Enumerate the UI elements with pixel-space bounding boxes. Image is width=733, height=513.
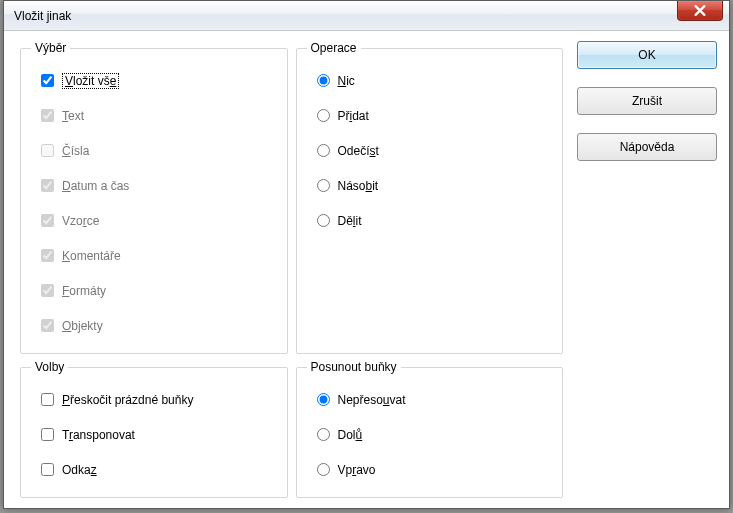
checkbox-row-link: Odkaz <box>31 452 277 487</box>
checkbox-row-paste-all: Vložit vše <box>31 63 277 98</box>
radio-none[interactable] <box>317 74 330 87</box>
label-paste-all: Vložit vše <box>62 73 119 89</box>
radio-dont-move[interactable] <box>317 393 330 406</box>
cancel-button[interactable]: Zrušit <box>577 87 717 115</box>
checkbox-comments <box>41 249 54 262</box>
group-selection-legend: Výběr <box>31 41 70 55</box>
label-link: Odkaz <box>62 463 97 477</box>
label-formats: Formáty <box>62 284 106 298</box>
checkbox-row-formats: Formáty <box>31 273 277 308</box>
radio-row-none: Nic <box>307 63 553 98</box>
label-numbers: Čísla <box>62 144 89 158</box>
radio-multiply[interactable] <box>317 179 330 192</box>
label-right: Vpravo <box>338 463 376 477</box>
radio-row-multiply: Násobit <box>307 168 553 203</box>
checkbox-row-numbers: Čísla <box>31 133 277 168</box>
checkbox-row-formulas: Vzorce <box>31 203 277 238</box>
radio-down[interactable] <box>317 428 330 441</box>
radio-subtract[interactable] <box>317 144 330 157</box>
label-down: Dolů <box>338 428 363 442</box>
button-column: OK Zrušit Nápověda <box>567 41 717 496</box>
checkbox-row-objects: Objekty <box>31 308 277 343</box>
label-objects: Objekty <box>62 319 103 333</box>
checkbox-row-text: Text <box>31 98 277 133</box>
label-dont-move: Nepřesouvat <box>338 393 406 407</box>
checkbox-datetime <box>41 179 54 192</box>
label-text: Text <box>62 109 84 123</box>
window-title: Vložit jinak <box>14 9 71 23</box>
radio-row-right: Vpravo <box>307 452 553 487</box>
label-datetime: Datum a čas <box>62 179 129 193</box>
ok-button[interactable]: OK <box>577 41 717 69</box>
radio-row-add: Přidat <box>307 98 553 133</box>
group-shift-legend: Posunout buňky <box>307 360 401 374</box>
group-operations: Operace Nic Přidat Odečíst <box>296 41 564 354</box>
checkbox-formulas <box>41 214 54 227</box>
close-icon <box>694 5 706 16</box>
paste-special-dialog: Vložit jinak Výběr Vložit vše <box>3 0 730 509</box>
help-button[interactable]: Nápověda <box>577 133 717 161</box>
radio-row-subtract: Odečíst <box>307 133 553 168</box>
checkbox-paste-all[interactable] <box>41 74 54 87</box>
label-formulas: Vzorce <box>62 214 99 228</box>
group-shift: Posunout buňky Nepřesouvat Dolů Vpravo <box>296 360 564 498</box>
label-none: Nic <box>338 74 355 88</box>
close-button[interactable] <box>677 1 723 21</box>
checkbox-row-skip-empty: Přeskočit prázdné buňky <box>31 382 277 417</box>
checkbox-formats <box>41 284 54 297</box>
label-skip-empty: Přeskočit prázdné buňky <box>62 393 193 407</box>
checkbox-link[interactable] <box>41 463 54 476</box>
group-options-legend: Volby <box>31 360 68 374</box>
checkbox-objects <box>41 319 54 332</box>
label-add: Přidat <box>338 109 369 123</box>
label-comments: Komentáře <box>62 249 121 263</box>
radio-row-dont-move: Nepřesouvat <box>307 382 553 417</box>
radio-divide[interactable] <box>317 214 330 227</box>
checkbox-transpose[interactable] <box>41 428 54 441</box>
dialog-content: Výběr Vložit vše Text Čísla <box>4 31 729 508</box>
label-subtract: Odečíst <box>338 144 379 158</box>
radio-row-divide: Dělit <box>307 203 553 238</box>
checkbox-row-transpose: Transponovat <box>31 417 277 452</box>
checkbox-text <box>41 109 54 122</box>
label-transpose: Transponovat <box>62 428 135 442</box>
titlebar: Vložit jinak <box>4 1 729 31</box>
checkbox-skip-empty[interactable] <box>41 393 54 406</box>
checkbox-row-comments: Komentáře <box>31 238 277 273</box>
radio-row-down: Dolů <box>307 417 553 452</box>
group-operations-legend: Operace <box>307 41 361 55</box>
label-multiply: Násobit <box>338 179 379 193</box>
checkbox-numbers <box>41 144 54 157</box>
radio-add[interactable] <box>317 109 330 122</box>
group-options: Volby Přeskočit prázdné buňky Transponov… <box>20 360 288 498</box>
group-selection: Výběr Vložit vše Text Čísla <box>20 41 288 354</box>
checkbox-row-datetime: Datum a čas <box>31 168 277 203</box>
label-divide: Dělit <box>338 214 362 228</box>
radio-right[interactable] <box>317 463 330 476</box>
